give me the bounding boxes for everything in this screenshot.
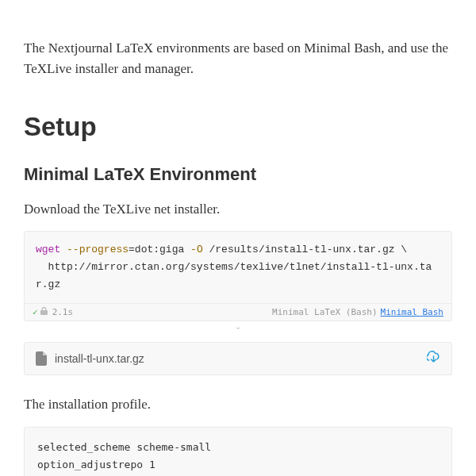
token-value: =dot:giga xyxy=(129,244,184,255)
lock-icon xyxy=(40,307,48,317)
file-name: install-tl-unx.tar.gz xyxy=(55,352,144,365)
file-result-row[interactable]: install-tl-unx.tar.gz xyxy=(24,342,452,375)
expand-chevron[interactable]: ⌄ xyxy=(24,321,452,332)
heading-minimal-latex: Minimal LaTeX Environment xyxy=(24,164,452,185)
intro-paragraph: The Nextjournal LaTeX environments are b… xyxy=(24,38,452,79)
code-cell-wget[interactable]: wget --progress=dot:giga -O /results/ins… xyxy=(24,231,452,321)
file-icon xyxy=(36,351,47,366)
download-icon[interactable] xyxy=(427,351,440,367)
token-path: /results/install-tl-unx.tar.gz \ xyxy=(203,244,407,255)
token-command: wget xyxy=(36,244,60,255)
paragraph-download: Download the TeXLive net installer. xyxy=(24,199,452,220)
heading-setup: Setup xyxy=(24,112,452,142)
environment-label: Minimal LaTeX (Bash) xyxy=(272,307,377,317)
token-url: http://mirror.ctan.org/systems/texlive/t… xyxy=(36,261,432,290)
check-icon: ✓ xyxy=(33,307,38,317)
code-content: wget --progress=dot:giga -O /results/ins… xyxy=(25,232,451,303)
code-cell-profile[interactable]: selected_scheme scheme-small option_adju… xyxy=(24,427,452,476)
execution-time: 2.1s xyxy=(52,307,74,317)
environment-link[interactable]: Minimal Bash xyxy=(381,307,443,317)
code-footer: ✓ 2.1s Minimal LaTeX (Bash) Minimal Bash xyxy=(25,303,451,321)
token-flag: --progress xyxy=(67,244,129,255)
chevron-down-icon: ⌄ xyxy=(235,322,241,331)
paragraph-profile: The installation profile. xyxy=(24,394,452,415)
token-flag: -O xyxy=(190,244,203,255)
